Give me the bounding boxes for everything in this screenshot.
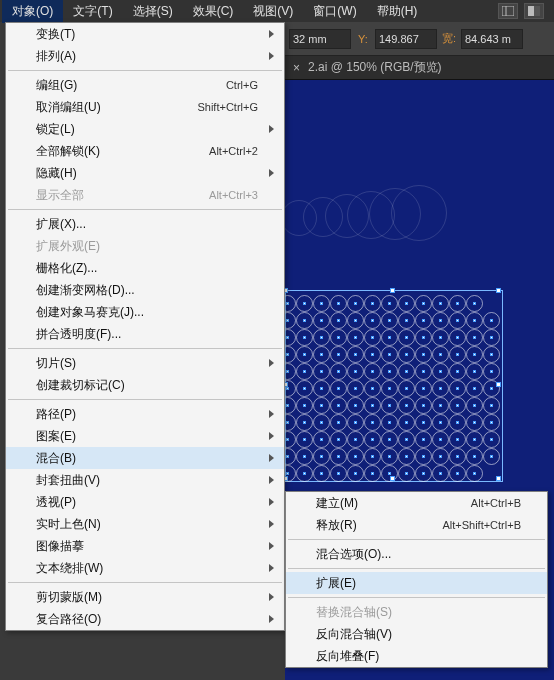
mi-group[interactable]: 编组(G)Ctrl+G xyxy=(6,74,284,96)
shortcut: Alt+Ctrl+2 xyxy=(209,145,258,157)
sm-expand[interactable]: 扩展(E) xyxy=(286,572,547,594)
menu-object[interactable]: 对象(O) xyxy=(2,0,63,23)
separator xyxy=(8,582,282,583)
svg-rect-3 xyxy=(534,6,540,16)
svg-rect-0 xyxy=(502,6,514,16)
mi-expand[interactable]: 扩展(X)... xyxy=(6,213,284,235)
mi-object-mosaic[interactable]: 创建对象马赛克(J)... xyxy=(6,301,284,323)
y-field[interactable]: 149.867 xyxy=(375,29,437,49)
mi-lock[interactable]: 锁定(L) xyxy=(6,118,284,140)
mi-rasterize[interactable]: 栅格化(Z)... xyxy=(6,257,284,279)
mi-perspective[interactable]: 透视(P) xyxy=(6,491,284,513)
shortcut: Ctrl+G xyxy=(226,79,258,91)
mi-live-paint[interactable]: 实时上色(N) xyxy=(6,513,284,535)
mi-show-all: 显示全部Alt+Ctrl+3 xyxy=(6,184,284,206)
menu-help[interactable]: 帮助(H) xyxy=(367,0,428,23)
separator xyxy=(8,209,282,210)
mi-expand-appearance: 扩展外观(E) xyxy=(6,235,284,257)
menu-select[interactable]: 选择(S) xyxy=(123,0,183,23)
mi-text-wrap[interactable]: 文本绕排(W) xyxy=(6,557,284,579)
object-menu: 变换(T) 排列(A) 编组(G)Ctrl+G 取消编组(U)Shift+Ctr… xyxy=(5,22,285,631)
tab-close-icon[interactable]: × xyxy=(293,61,300,75)
control-bar: 32 mm Y: 149.867 宽: 84.643 m xyxy=(285,22,554,56)
blend-submenu: 建立(M)Alt+Ctrl+B 释放(R)Alt+Shift+Ctrl+B 混合… xyxy=(285,491,548,668)
width-field[interactable]: 84.643 m xyxy=(461,29,523,49)
shortcut: Shift+Ctrl+G xyxy=(197,101,258,113)
menu-effect[interactable]: 效果(C) xyxy=(183,0,244,23)
mi-slice[interactable]: 切片(S) xyxy=(6,352,284,374)
x-suffix[interactable]: 32 mm xyxy=(289,29,351,49)
mi-transform[interactable]: 变换(T) xyxy=(6,23,284,45)
shortcut: Alt+Ctrl+B xyxy=(471,497,521,509)
separator xyxy=(288,539,545,540)
y-label: Y: xyxy=(355,31,371,47)
layout-icon[interactable] xyxy=(498,3,518,19)
mi-unlock-all[interactable]: 全部解锁(K)Alt+Ctrl+2 xyxy=(6,140,284,162)
separator xyxy=(288,597,545,598)
screen-mode-icon[interactable] xyxy=(524,3,544,19)
separator xyxy=(288,568,545,569)
mi-pattern[interactable]: 图案(E) xyxy=(6,425,284,447)
width-label: 宽: xyxy=(441,31,457,47)
mi-path[interactable]: 路径(P) xyxy=(6,403,284,425)
document-tab-bar: × 2.ai @ 150% (RGB/预览) xyxy=(285,56,554,80)
mi-ungroup[interactable]: 取消编组(U)Shift+Ctrl+G xyxy=(6,96,284,118)
mi-flatten[interactable]: 拼合透明度(F)... xyxy=(6,323,284,345)
shortcut: Alt+Shift+Ctrl+B xyxy=(442,519,521,531)
mi-envelope[interactable]: 封套扭曲(V) xyxy=(6,469,284,491)
menu-type[interactable]: 文字(T) xyxy=(63,0,122,23)
shortcut: Alt+Ctrl+3 xyxy=(209,189,258,201)
mi-hide[interactable]: 隐藏(H) xyxy=(6,162,284,184)
separator xyxy=(8,70,282,71)
menu-window[interactable]: 窗口(W) xyxy=(303,0,366,23)
sm-reverse-spine[interactable]: 反向混合轴(V) xyxy=(286,623,547,645)
tab-title[interactable]: 2.ai @ 150% (RGB/预览) xyxy=(308,59,442,76)
separator xyxy=(8,348,282,349)
mi-compound-path[interactable]: 复合路径(O) xyxy=(6,608,284,630)
menubar-icons xyxy=(498,3,552,19)
mi-crop-marks[interactable]: 创建裁切标记(C) xyxy=(6,374,284,396)
mi-blend[interactable]: 混合(B) xyxy=(6,447,284,469)
menubar: 对象(O) 文字(T) 选择(S) 效果(C) 视图(V) 窗口(W) 帮助(H… xyxy=(0,0,554,22)
sm-make[interactable]: 建立(M)Alt+Ctrl+B xyxy=(286,492,547,514)
sm-replace-spine: 替换混合轴(S) xyxy=(286,601,547,623)
separator xyxy=(8,399,282,400)
sm-reverse-front[interactable]: 反向堆叠(F) xyxy=(286,645,547,667)
mi-arrange[interactable]: 排列(A) xyxy=(6,45,284,67)
mi-gradient-mesh[interactable]: 创建渐变网格(D)... xyxy=(6,279,284,301)
sm-release[interactable]: 释放(R)Alt+Shift+Ctrl+B xyxy=(286,514,547,536)
mi-image-trace[interactable]: 图像描摹 xyxy=(6,535,284,557)
sm-options[interactable]: 混合选项(O)... xyxy=(286,543,547,565)
menu-view[interactable]: 视图(V) xyxy=(243,0,303,23)
mi-clipping-mask[interactable]: 剪切蒙版(M) xyxy=(6,586,284,608)
